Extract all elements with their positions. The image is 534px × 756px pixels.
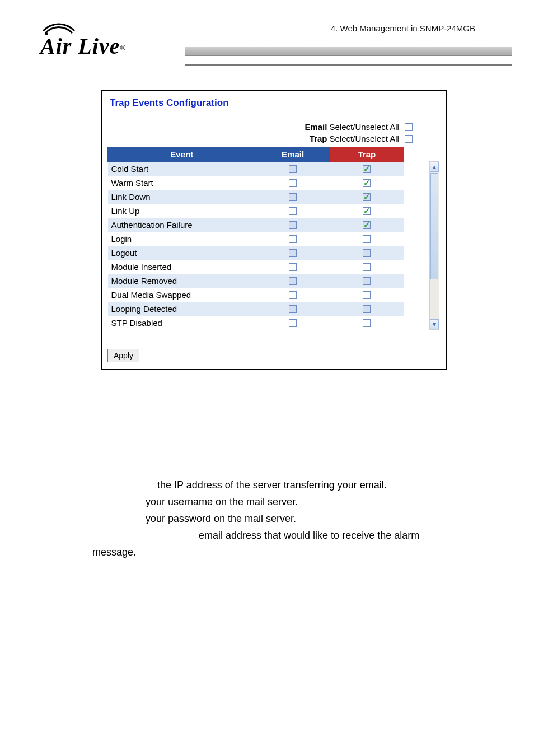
event-cell: Warm Start bbox=[108, 176, 256, 190]
email-checkbox[interactable] bbox=[289, 221, 297, 229]
panel-title: Trap Events Configuration bbox=[110, 97, 441, 109]
trap-cell bbox=[330, 176, 404, 190]
event-cell: Module Removed bbox=[108, 274, 256, 288]
event-cell: Module Inserted bbox=[108, 260, 256, 274]
trap-checkbox[interactable] bbox=[363, 291, 371, 299]
doc-line: your password on the mail server. bbox=[92, 510, 447, 527]
email-cell bbox=[256, 176, 330, 190]
email-cell bbox=[256, 218, 330, 232]
table-row: Module Removed bbox=[108, 274, 404, 288]
event-cell: Login bbox=[108, 232, 256, 246]
logo: Air Live® bbox=[40, 20, 152, 62]
email-cell bbox=[256, 274, 330, 288]
scroll-down-button[interactable]: ▼ bbox=[430, 319, 439, 329]
email-checkbox[interactable] bbox=[289, 319, 297, 327]
trap-cell bbox=[330, 288, 404, 302]
apply-button[interactable]: Apply bbox=[107, 349, 139, 362]
th-email: Email bbox=[256, 147, 330, 162]
th-trap: Trap bbox=[330, 147, 404, 162]
table-scrollbar[interactable]: ▲ ▼ bbox=[429, 161, 439, 330]
table-row: Dual Media Swapped bbox=[108, 288, 404, 302]
email-checkbox[interactable] bbox=[289, 207, 297, 215]
trap-select-all-checkbox[interactable] bbox=[405, 135, 413, 143]
label-trap-bold: Trap bbox=[310, 134, 327, 143]
table-row: STP Disabled bbox=[108, 316, 404, 330]
email-checkbox[interactable] bbox=[289, 235, 297, 243]
trap-cell bbox=[330, 316, 404, 330]
email-select-all-checkbox[interactable] bbox=[405, 123, 413, 131]
email-cell bbox=[256, 302, 330, 316]
email-checkbox[interactable] bbox=[289, 165, 297, 173]
trap-checkbox[interactable] bbox=[363, 319, 371, 327]
trap-checkbox[interactable] bbox=[363, 179, 371, 187]
trap-cell bbox=[330, 274, 404, 288]
event-cell: Looping Detected bbox=[108, 302, 256, 316]
email-cell bbox=[256, 246, 330, 260]
doc-line: email address that would like to receive… bbox=[92, 527, 447, 544]
label-trap-rest: Select/Unselect All bbox=[327, 134, 399, 143]
table-row: Login bbox=[108, 232, 404, 246]
trap-checkbox[interactable] bbox=[363, 305, 371, 313]
breadcrumb: 4. Web Management in SNMP-24MGB bbox=[331, 24, 475, 33]
th-event: Event bbox=[108, 147, 256, 162]
table-row: Authentication Failure bbox=[108, 218, 404, 232]
scroll-thumb[interactable] bbox=[430, 173, 438, 279]
header-divider bbox=[185, 47, 512, 56]
email-cell bbox=[256, 190, 330, 204]
label-email-bold: Email bbox=[305, 122, 327, 132]
event-cell: Logout bbox=[108, 246, 256, 260]
table-row: Link Up bbox=[108, 204, 404, 218]
trap-cell bbox=[330, 218, 404, 232]
trap-cell bbox=[330, 302, 404, 316]
email-cell bbox=[256, 232, 330, 246]
doc-line: your username on the mail server. bbox=[92, 493, 447, 510]
doc-line: message. bbox=[92, 544, 447, 561]
event-cell: Link Up bbox=[108, 204, 256, 218]
trap-cell bbox=[330, 190, 404, 204]
email-checkbox[interactable] bbox=[289, 193, 297, 201]
email-checkbox[interactable] bbox=[289, 249, 297, 257]
label-email-rest: Select/Unselect All bbox=[327, 122, 399, 132]
table-row: Module Inserted bbox=[108, 260, 404, 274]
trap-events-panel: Trap Events Configuration Email Select/U… bbox=[101, 90, 447, 370]
event-cell: Dual Media Swapped bbox=[108, 288, 256, 302]
trap-checkbox[interactable] bbox=[363, 165, 371, 173]
trap-cell bbox=[330, 232, 404, 246]
event-cell: STP Disabled bbox=[108, 316, 256, 330]
email-checkbox[interactable] bbox=[289, 179, 297, 187]
table-row: Logout bbox=[108, 246, 404, 260]
email-checkbox[interactable] bbox=[289, 305, 297, 313]
email-cell bbox=[256, 288, 330, 302]
table-row: Link Down bbox=[108, 190, 404, 204]
doc-line: the IP address of the server transferrin… bbox=[92, 477, 447, 493]
email-cell bbox=[256, 204, 330, 218]
trap-checkbox[interactable] bbox=[363, 263, 371, 271]
events-table: Event Email Trap Cold StartWarm StartLin… bbox=[107, 147, 404, 330]
trap-cell bbox=[330, 246, 404, 260]
email-checkbox[interactable] bbox=[289, 263, 297, 271]
table-row: Cold Start bbox=[108, 162, 404, 176]
trap-checkbox[interactable] bbox=[363, 277, 371, 285]
email-checkbox[interactable] bbox=[289, 291, 297, 299]
scroll-up-button[interactable]: ▲ bbox=[430, 162, 439, 172]
email-cell bbox=[256, 162, 330, 176]
email-checkbox[interactable] bbox=[289, 277, 297, 285]
trap-checkbox[interactable] bbox=[363, 193, 371, 201]
trap-checkbox[interactable] bbox=[363, 235, 371, 243]
event-cell: Cold Start bbox=[108, 162, 256, 176]
trap-checkbox[interactable] bbox=[363, 249, 371, 257]
event-cell: Link Down bbox=[108, 190, 256, 204]
select-all-block: Email Select/Unselect All Trap Select/Un… bbox=[107, 122, 413, 143]
email-cell bbox=[256, 260, 330, 274]
event-cell: Authentication Failure bbox=[108, 218, 256, 232]
table-row: Looping Detected bbox=[108, 302, 404, 316]
doc-paragraph: the IP address of the server transferrin… bbox=[92, 477, 447, 561]
email-cell bbox=[256, 316, 330, 330]
logo-reg: ® bbox=[120, 44, 125, 52]
trap-cell bbox=[330, 162, 404, 176]
trap-checkbox[interactable] bbox=[363, 207, 371, 215]
table-row: Warm Start bbox=[108, 176, 404, 190]
trap-checkbox[interactable] bbox=[363, 221, 371, 229]
trap-cell bbox=[330, 204, 404, 218]
trap-cell bbox=[330, 260, 404, 274]
